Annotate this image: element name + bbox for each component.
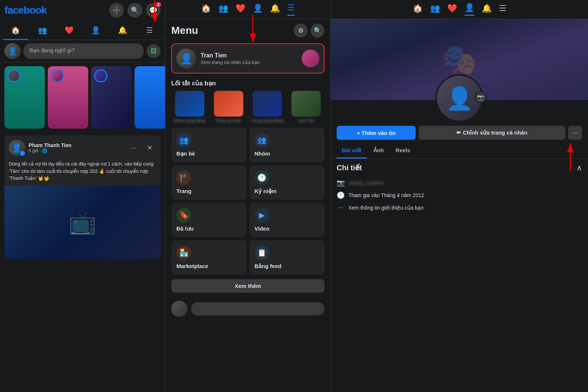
post-image: 📺 <box>4 186 161 259</box>
nav-watch[interactable]: ❤️ <box>57 21 82 40</box>
right-nav-friends[interactable]: 👥 <box>430 4 440 15</box>
more-options-button[interactable]: ··· <box>568 126 582 140</box>
menu-item-video[interactable]: ▶ Video <box>250 203 325 237</box>
post-header: 👤 ✓ Pham Thanh Tien 6 giờ · 🌐 ··· ✕ <box>4 135 161 160</box>
memories-icon: 🕐 <box>255 170 269 185</box>
right-nav-profile[interactable]: 👤 <box>465 3 474 16</box>
mid-nav-profile[interactable]: 👤 <box>253 4 263 15</box>
shortcut-thumb <box>291 91 321 117</box>
right-nav-home[interactable]: 🏠 <box>413 4 423 15</box>
pages-label: Trang <box>176 188 241 194</box>
messenger-button[interactable]: 💬 1 <box>146 3 161 18</box>
right-nav-notifications[interactable]: 🔔 <box>482 4 492 15</box>
menu-item-memories[interactable]: 🕐 Kỷ niệm <box>250 165 325 200</box>
feed-icon: 📋 <box>255 245 269 260</box>
bottom-composer-bar[interactable] <box>191 302 325 316</box>
groups-icon: 👥 <box>255 133 269 147</box>
saved-icon: 🔖 <box>176 208 191 222</box>
see-more-button[interactable]: Xem thêm <box>171 279 325 293</box>
marketplace-icon: 🏪 <box>176 245 191 260</box>
profile-actions: + Thêm vào tin ✏ Chỉnh sửa trang cá nhân… <box>331 122 588 143</box>
left-panel: facebook ➕ 🔍 💬 1 🏠 👥 ❤️ 👤 🔔 ☰ <box>0 0 165 392</box>
mid-nav-watch[interactable]: ❤️ <box>236 4 245 15</box>
messenger-badge: 1 <box>155 2 161 7</box>
mid-nav-menu[interactable]: ☰ <box>287 3 295 16</box>
menu-title: Menu <box>171 25 198 36</box>
shortcut-item[interactable]: Nhóm cộng đồng <box>171 91 208 123</box>
post-meta: Pham Thanh Tien 6 giờ · 🌐 <box>29 142 123 153</box>
right-nav-menu[interactable]: ☰ <box>499 4 506 15</box>
menu-header-icons: ⚙ 🔍 <box>294 24 325 38</box>
nav-home[interactable]: 🏠 <box>3 21 28 40</box>
composer-avatar: 👤 <box>4 43 21 59</box>
composer-input[interactable]: Bạn đang nghĩ gì? <box>24 43 144 59</box>
shortcut-thumb <box>175 91 204 117</box>
menu-item-friends[interactable]: 👥 Bạn bè <box>171 128 247 162</box>
post-author-avatar: 👤 ✓ <box>9 140 25 156</box>
post-composer: 👤 Bạn đang nghĩ gì? 🖼 <box>0 40 165 63</box>
post-text: Dùng tất cả nợ tôi lày đều ra cái đây ng… <box>4 160 161 186</box>
middle-nav-row: 🏠 👥 ❤️ 👤 🔔 ☰ <box>170 3 326 16</box>
post-more-button[interactable]: ··· <box>127 141 140 154</box>
nav-notifications[interactable]: 🔔 <box>110 21 135 40</box>
menu-item-feed[interactable]: 📋 Bảng feed <box>250 240 325 275</box>
detail-section: Chi tiết ∧ 📷 ahang_creative 🕐 Tham gia v… <box>331 159 588 218</box>
chevron-up-icon[interactable]: ∧ <box>577 163 582 172</box>
bottom-avatar <box>171 301 187 317</box>
add-button[interactable]: ➕ <box>109 3 124 18</box>
joined-date: Tham gia vào Tháng 4 năm 2012 <box>348 192 424 198</box>
right-nav-watch[interactable]: ❤️ <box>447 4 457 15</box>
photo-button[interactable]: 🖼 <box>147 44 161 58</box>
menu-settings-button[interactable]: ⚙ <box>294 24 308 38</box>
shortcut-thumb <box>252 91 282 117</box>
detail-item-intro[interactable]: ··· Xem thông tin giới thiệu của bạn <box>337 202 582 214</box>
edit-profile-button[interactable]: ✏ Chỉnh sửa trang cá nhân <box>419 126 565 140</box>
story-card[interactable] <box>135 66 165 129</box>
memories-label: Kỷ niệm <box>255 188 320 195</box>
nav-menu[interactable]: ☰ <box>137 21 162 40</box>
left-header: facebook ➕ 🔍 💬 1 <box>0 0 165 21</box>
profile-preview-info: Tran Tien Xem trang cá nhân của bạn <box>201 52 297 65</box>
instagram-icon: 📷 <box>337 179 345 187</box>
facebook-logo: facebook <box>4 4 105 16</box>
profile-preview-right-avatar <box>302 50 319 67</box>
story-card[interactable] <box>91 66 132 129</box>
menu-search-button[interactable]: 🔍 <box>311 24 325 38</box>
add-story-button[interactable]: + Thêm vào tin <box>337 126 416 140</box>
post-author-name: Pham Thanh Tien <box>29 142 123 148</box>
tab-photos[interactable]: Ảnh <box>368 143 389 158</box>
nav-profile[interactable]: 👤 <box>83 21 108 40</box>
post-close-button[interactable]: ✕ <box>143 141 156 154</box>
mid-nav-home[interactable]: 🏠 <box>201 4 211 15</box>
tab-reels[interactable]: Reels <box>390 143 415 158</box>
feed-content: 👤 ✓ Pham Thanh Tien 6 giờ · 🌐 ··· ✕ Dùng… <box>0 63 165 392</box>
menu-header: Menu ⚙ 🔍 <box>165 19 330 40</box>
menu-item-groups[interactable]: 👥 Nhóm <box>250 128 325 162</box>
verified-badge: ✓ <box>19 150 25 156</box>
post-time: 6 giờ · 🌐 <box>29 148 123 153</box>
shortcuts-label: Lối tắt của bạn <box>165 76 330 89</box>
story-card[interactable] <box>48 66 88 129</box>
menu-item-pages[interactable]: 🏴 Trang <box>171 165 247 200</box>
search-button[interactable]: 🔍 <box>128 3 142 18</box>
shortcut-label: Trang cá nhân <box>215 118 241 123</box>
shortcut-item[interactable]: Lịch Tần <box>288 91 325 123</box>
mid-nav-friends[interactable]: 👥 <box>218 4 228 15</box>
shortcut-thumb <box>214 91 243 117</box>
profile-preview-card[interactable]: 👤 Tran Tien Xem trang cá nhân của bạn <box>171 43 325 74</box>
feed-label: Bảng feed <box>255 263 320 270</box>
nav-friends[interactable]: 👥 <box>30 21 55 40</box>
menu-item-marketplace[interactable]: 🏪 Marketplace <box>171 240 247 275</box>
menu-item-saved[interactable]: 🔖 Đã lưu <box>171 203 247 237</box>
tab-posts[interactable]: Bài viết <box>337 143 367 158</box>
shortcut-label: Nhóm cộng đồng <box>174 118 205 123</box>
camera-button[interactable]: 📷 <box>475 91 487 103</box>
profile-preview-avatar: 👤 <box>176 49 196 68</box>
left-nav: 🏠 👥 ❤️ 👤 🔔 ☰ <box>0 21 165 40</box>
story-card[interactable] <box>4 66 45 129</box>
shortcut-item[interactable]: Trang cá nhân <box>210 91 247 123</box>
mid-nav-notifications[interactable]: 🔔 <box>270 4 280 15</box>
shortcut-item[interactable]: Group cộng đồng <box>249 91 286 123</box>
saved-label: Đã lưu <box>176 225 241 232</box>
intro-link[interactable]: Xem thông tin giới thiệu của bạn <box>348 205 424 211</box>
